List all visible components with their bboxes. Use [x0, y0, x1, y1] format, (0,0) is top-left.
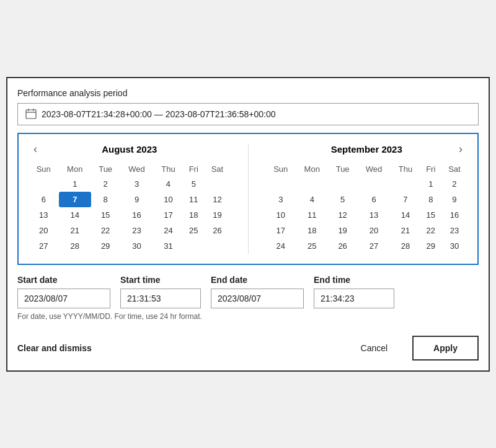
september-day-cell[interactable]: 21	[391, 223, 420, 238]
september-header: September 2023 ›	[266, 144, 468, 155]
september-day-cell[interactable]: 28	[391, 238, 420, 254]
september-day-cell[interactable]: 5	[328, 192, 356, 207]
august-day-cell[interactable]: 27	[29, 238, 59, 254]
august-days-body: 1234567891011121314151617181920212223242…	[29, 176, 231, 254]
september-day-cell[interactable]: 17	[266, 223, 296, 238]
august-day-cell[interactable]: 13	[29, 207, 59, 223]
aug-day-thu: Thu	[154, 162, 183, 176]
september-day-cell	[296, 176, 328, 192]
hint-text: For date, use YYYY/MM/DD. For time, use …	[17, 312, 479, 321]
end-date-label: End date	[211, 275, 304, 285]
august-day-cell[interactable]: 14	[59, 207, 91, 223]
august-day-cell	[29, 176, 59, 192]
august-day-cell[interactable]: 15	[91, 207, 120, 223]
sep-day-tue: Tue	[328, 162, 356, 176]
august-day-cell	[204, 238, 230, 254]
september-day-cell[interactable]: 6	[357, 192, 391, 207]
august-day-cell[interactable]: 29	[91, 238, 120, 254]
apply-button[interactable]: Apply	[412, 336, 479, 361]
september-day-cell[interactable]: 19	[328, 223, 356, 238]
september-day-cell[interactable]: 23	[441, 223, 467, 238]
august-day-cell[interactable]: 21	[59, 223, 91, 238]
september-day-cell	[391, 176, 420, 192]
next-month-button[interactable]: ›	[454, 143, 467, 155]
september-day-cell[interactable]: 26	[328, 238, 356, 254]
september-day-cell[interactable]: 4	[296, 192, 328, 207]
september-day-cell[interactable]: 24	[266, 238, 296, 254]
september-day-cell[interactable]: 29	[420, 238, 441, 254]
calendar-container: ‹ August 2023 Sun Mon Tue Wed Thu Fri Sa…	[17, 133, 479, 265]
august-day-cell[interactable]: 7	[59, 192, 91, 207]
august-day-cell[interactable]: 5	[183, 176, 204, 192]
august-day-cell[interactable]: 18	[183, 207, 204, 223]
august-day-cell[interactable]: 3	[120, 176, 154, 192]
august-day-cell	[204, 176, 230, 192]
september-day-cell[interactable]: 30	[441, 238, 467, 254]
september-day-cell[interactable]: 3	[266, 192, 296, 207]
september-week-row: 10111213141516	[266, 207, 468, 223]
august-day-cell[interactable]: 4	[154, 176, 183, 192]
september-calendar: September 2023 › Sun Mon Tue Wed Thu Fri…	[266, 144, 468, 254]
september-day-cell[interactable]: 9	[441, 192, 467, 207]
september-day-cell[interactable]: 11	[296, 207, 328, 223]
august-day-cell[interactable]: 31	[154, 238, 183, 254]
august-day-cell[interactable]: 30	[120, 238, 154, 254]
section-title: Performance analysis period	[17, 88, 479, 98]
august-day-cell[interactable]: 19	[204, 207, 230, 223]
footer-left: Clear and dismiss	[17, 343, 92, 353]
september-day-cell[interactable]: 13	[357, 207, 391, 223]
end-time-input[interactable]	[314, 289, 394, 308]
september-day-cell[interactable]: 12	[328, 207, 356, 223]
august-day-cell[interactable]: 16	[120, 207, 154, 223]
august-day-cell[interactable]: 1	[59, 176, 91, 192]
august-week-row: 20212223242526	[29, 223, 231, 238]
august-day-cell[interactable]: 10	[154, 192, 183, 207]
september-day-cell[interactable]: 18	[296, 223, 328, 238]
september-day-cell	[266, 176, 296, 192]
prev-month-button[interactable]: ‹	[29, 143, 42, 155]
september-day-cell[interactable]: 27	[357, 238, 391, 254]
august-day-cell[interactable]: 24	[154, 223, 183, 238]
sep-day-sat: Sat	[441, 162, 467, 176]
start-date-input[interactable]	[17, 289, 110, 308]
august-day-cell[interactable]: 20	[29, 223, 59, 238]
aug-day-sun: Sun	[29, 162, 59, 176]
september-day-cell[interactable]: 22	[420, 223, 441, 238]
september-day-cell[interactable]: 16	[441, 207, 467, 223]
end-time-label: End time	[314, 275, 394, 285]
september-title: September 2023	[266, 144, 468, 155]
september-week-row: 3456789	[266, 192, 468, 207]
august-day-cell[interactable]: 11	[183, 192, 204, 207]
date-time-fields: Start date Start time End date End time	[17, 275, 479, 308]
august-day-cell[interactable]: 12	[204, 192, 230, 207]
august-day-cell[interactable]: 26	[204, 223, 230, 238]
september-day-cell[interactable]: 1	[420, 176, 441, 192]
august-day-cell[interactable]: 17	[154, 207, 183, 223]
start-time-input[interactable]	[120, 289, 201, 308]
clear-dismiss-button[interactable]: Clear and dismiss	[17, 343, 92, 353]
august-day-cell[interactable]: 8	[91, 192, 120, 207]
september-day-cell[interactable]: 7	[391, 192, 420, 207]
september-day-cell[interactable]: 2	[441, 176, 467, 192]
september-day-cell[interactable]: 10	[266, 207, 296, 223]
start-date-label: Start date	[17, 275, 110, 285]
september-week-row: 12	[266, 176, 468, 192]
august-day-cell[interactable]: 6	[29, 192, 59, 207]
august-day-cell[interactable]: 2	[91, 176, 120, 192]
september-day-cell[interactable]: 20	[357, 223, 391, 238]
august-day-cell[interactable]: 9	[120, 192, 154, 207]
august-day-cell[interactable]: 23	[120, 223, 154, 238]
august-day-cell[interactable]: 25	[183, 223, 204, 238]
start-date-group: Start date	[17, 275, 110, 308]
september-day-cell[interactable]: 8	[420, 192, 441, 207]
cancel-button[interactable]: Cancel	[351, 338, 398, 358]
september-day-cell[interactable]: 14	[391, 207, 420, 223]
end-date-input[interactable]	[211, 289, 304, 308]
september-day-cell[interactable]: 25	[296, 238, 328, 254]
end-date-group: End date	[211, 275, 304, 308]
date-range-text: 2023-08-07T21:34:28+00:00 — 2023-08-07T2…	[42, 109, 276, 119]
august-day-cell[interactable]: 28	[59, 238, 91, 254]
end-time-group: End time	[314, 275, 394, 308]
september-day-cell[interactable]: 15	[420, 207, 441, 223]
august-day-cell[interactable]: 22	[91, 223, 120, 238]
